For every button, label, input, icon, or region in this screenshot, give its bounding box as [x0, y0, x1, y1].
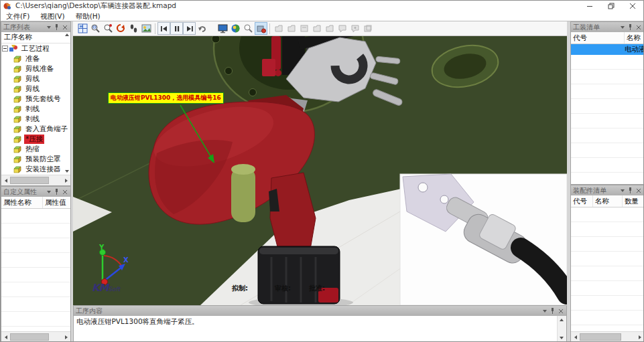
process-item[interactable]: 剪线: [1, 74, 70, 84]
process-step-icon: [13, 105, 22, 113]
column-header[interactable]: 名称: [593, 195, 623, 207]
snapshot-icon[interactable]: [140, 22, 153, 35]
assembly-list-header: 代号 名称 数量: [571, 195, 644, 207]
scroll-left-icon[interactable]: [1, 176, 10, 185]
close-icon[interactable]: [557, 307, 564, 315]
magnifier-icon[interactable]: [242, 22, 255, 35]
process-item[interactable]: 剪线准备: [1, 64, 70, 74]
process-item[interactable]: 剪线: [1, 84, 70, 94]
scroll-down-icon[interactable]: [558, 334, 566, 342]
pause-button[interactable]: [170, 22, 183, 35]
view-toolbar: [73, 21, 567, 36]
fit-view-icon[interactable]: [76, 22, 89, 35]
menu-help[interactable]: 帮助(H): [70, 11, 106, 21]
process-item[interactable]: 剥线: [1, 114, 70, 124]
process-content-panel: 工序内容 电动液压钳PVL1300将直角端子紧压。: [73, 305, 567, 342]
panel-menu-icon[interactable]: [45, 188, 52, 195]
process-list-hscrollbar[interactable]: [1, 175, 70, 185]
close-icon[interactable]: [635, 23, 642, 31]
pin-icon[interactable]: [53, 188, 60, 195]
disabled-tool-icon: [310, 22, 323, 35]
minimize-button[interactable]: [579, 1, 600, 11]
scroll-left-icon[interactable]: [1, 333, 10, 341]
scroll-up-icon[interactable]: [558, 316, 566, 324]
pin-icon[interactable]: [549, 307, 556, 315]
close-icon[interactable]: [635, 187, 642, 194]
custom-properties-hscrollbar[interactable]: [1, 331, 70, 342]
panel-title: 工序列表: [3, 23, 44, 32]
process-content-vscrollbar[interactable]: [557, 316, 566, 342]
column-header[interactable]: 代号: [571, 195, 593, 207]
scroll-up-icon[interactable]: [65, 33, 69, 36]
process-item[interactable]: 预装防尘罩: [1, 154, 70, 164]
tooling-list-titlebar: 工装清单: [571, 22, 644, 32]
replay-icon[interactable]: [196, 22, 208, 35]
scrollbar-thumb[interactable]: [580, 333, 621, 341]
menu-file[interactable]: 文件(F): [1, 11, 35, 21]
pin-icon[interactable]: [627, 23, 634, 31]
monitor-icon[interactable]: [216, 22, 229, 35]
process-item[interactable]: 安装连接器: [1, 164, 70, 174]
window-title: C:\Users\qiang\Desktop\车辆连接器装配.kmapd: [15, 1, 176, 11]
process-step-icon: [13, 135, 22, 143]
custom-properties-rows: [1, 209, 70, 331]
custom-properties-panel: 自定义属性 属性名称 属性值: [1, 186, 71, 342]
column-header[interactable]: 属性名称: [1, 197, 43, 208]
render-mode-icon[interactable]: [229, 22, 242, 35]
walk-icon[interactable]: [127, 22, 140, 35]
scroll-right-icon[interactable]: [62, 176, 70, 185]
panel-menu-icon[interactable]: [541, 307, 548, 315]
process-step-icon: [13, 125, 22, 133]
tree-root-row[interactable]: 工艺过程: [1, 44, 70, 54]
pin-icon[interactable]: [53, 23, 60, 31]
scrollbar-thumb[interactable]: [10, 333, 49, 341]
process-content-titlebar: 工序内容: [74, 306, 566, 316]
scrollbar-thumb[interactable]: [10, 177, 49, 184]
close-icon[interactable]: [61, 23, 68, 31]
process-root-icon: [9, 45, 18, 53]
panel-menu-icon[interactable]: [619, 187, 626, 194]
step-back-button[interactable]: [157, 22, 170, 35]
process-item[interactable]: 热缩: [1, 144, 70, 154]
process-item[interactable]: 套入直角端子: [1, 124, 70, 134]
tooling-name-cell: 电动液压钳: [625, 45, 644, 54]
viewport-3d[interactable]: 电动液压钳PVL1300，选用模具编号16 Y X KMSoft 拟制: 审核:…: [73, 36, 567, 305]
column-header[interactable]: 属性值: [43, 197, 70, 208]
scroll-down-icon[interactable]: [65, 170, 69, 173]
zoom-dynamic-icon[interactable]: [102, 22, 115, 35]
scroll-right-icon[interactable]: [62, 333, 70, 341]
panel-menu-icon[interactable]: [45, 23, 52, 31]
process-content-body[interactable]: 电动液压钳PVL1300将直角端子紧压。: [74, 316, 566, 342]
process-item[interactable]: 预先套线号: [1, 94, 70, 104]
tooling-list-panel: 工装清单 代号 名称 电动液压钳: [570, 21, 644, 185]
panel-title: 装配件清单: [573, 186, 618, 195]
inset-photo: [400, 174, 567, 305]
close-button[interactable]: [622, 1, 643, 11]
process-step-icon: [13, 155, 22, 163]
panel-menu-icon[interactable]: [619, 23, 626, 31]
column-header[interactable]: 数量: [623, 195, 644, 207]
step-forward-button[interactable]: [183, 22, 196, 35]
record-button[interactable]: [255, 22, 267, 35]
scroll-right-icon[interactable]: [635, 333, 644, 341]
tooling-row-selected[interactable]: 电动液压钳: [571, 44, 644, 55]
disabled-tool-icon: [336, 22, 348, 35]
close-icon[interactable]: [61, 188, 68, 195]
process-tree: 工序名称 工艺过程 准备 剪线准备 剪线 剪线 预先套线号 剥线 剥线 套入直角…: [1, 32, 70, 175]
process-item[interactable]: 剥线: [1, 104, 70, 114]
orbit-icon[interactable]: [115, 22, 127, 35]
scroll-left-icon[interactable]: [571, 333, 580, 341]
column-header[interactable]: 代号: [571, 32, 625, 44]
process-item-selected[interactable]: *压接: [1, 134, 70, 144]
toolbar-separator: [155, 23, 155, 34]
pin-icon[interactable]: [627, 187, 634, 194]
assembly-list-hscrollbar[interactable]: [571, 331, 644, 342]
menu-view[interactable]: 视图(V): [35, 11, 70, 21]
custom-properties-titlebar: 自定义属性: [1, 187, 70, 197]
collapse-icon[interactable]: [2, 46, 8, 52]
annotation-label[interactable]: 电动液压钳PVL1300，选用模具编号16: [108, 92, 224, 104]
column-header[interactable]: 名称: [625, 32, 644, 44]
process-item[interactable]: 准备: [1, 54, 70, 64]
restore-button[interactable]: [600, 1, 622, 11]
zoom-window-icon[interactable]: [89, 22, 102, 35]
